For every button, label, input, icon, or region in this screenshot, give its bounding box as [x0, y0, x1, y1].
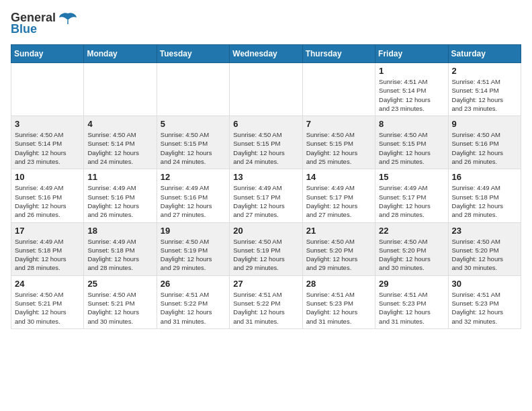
- weekday-header-row: SundayMondayTuesdayWednesdayThursdayFrid…: [11, 45, 521, 63]
- logo-bird-icon: [58, 12, 77, 24]
- calendar-cell: 4Sunrise: 4:50 AM Sunset: 5:14 PM Daylig…: [84, 116, 157, 169]
- week-row-1: 1Sunrise: 4:51 AM Sunset: 5:14 PM Daylig…: [11, 63, 521, 116]
- calendar-cell: 20Sunrise: 4:50 AM Sunset: 5:19 PM Dayli…: [230, 222, 302, 275]
- day-number: 13: [233, 172, 298, 182]
- weekday-header-friday: Friday: [375, 45, 448, 63]
- day-number: 20: [233, 226, 298, 236]
- calendar-cell: 18Sunrise: 4:49 AM Sunset: 5:18 PM Dayli…: [84, 222, 157, 275]
- calendar-cell: [84, 63, 157, 116]
- calendar-table: SundayMondayTuesdayWednesdayThursdayFrid…: [11, 44, 521, 329]
- week-row-2: 3Sunrise: 4:50 AM Sunset: 5:14 PM Daylig…: [11, 116, 521, 169]
- day-number: 19: [161, 226, 226, 236]
- day-number: 24: [15, 279, 80, 289]
- day-number: 3: [15, 119, 80, 129]
- day-number: 18: [87, 226, 152, 236]
- day-info: Sunrise: 4:50 AM Sunset: 5:20 PM Dayligh…: [452, 237, 517, 273]
- day-info: Sunrise: 4:50 AM Sunset: 5:21 PM Dayligh…: [15, 290, 80, 326]
- weekday-header-monday: Monday: [84, 45, 157, 63]
- day-number: 22: [379, 226, 444, 236]
- calendar-cell: 6Sunrise: 4:50 AM Sunset: 5:15 PM Daylig…: [230, 116, 302, 169]
- calendar-cell: 30Sunrise: 4:51 AM Sunset: 5:23 PM Dayli…: [448, 275, 521, 328]
- weekday-header-saturday: Saturday: [448, 45, 521, 63]
- day-number: 4: [87, 119, 152, 129]
- weekday-header-wednesday: Wednesday: [230, 45, 302, 63]
- calendar-cell: 9Sunrise: 4:50 AM Sunset: 5:16 PM Daylig…: [448, 116, 521, 169]
- calendar-cell: 24Sunrise: 4:50 AM Sunset: 5:21 PM Dayli…: [11, 275, 84, 328]
- week-row-5: 24Sunrise: 4:50 AM Sunset: 5:21 PM Dayli…: [11, 275, 521, 328]
- day-info: Sunrise: 4:50 AM Sunset: 5:16 PM Dayligh…: [452, 130, 517, 166]
- calendar-cell: 1Sunrise: 4:51 AM Sunset: 5:14 PM Daylig…: [375, 63, 448, 116]
- day-info: Sunrise: 4:49 AM Sunset: 5:18 PM Dayligh…: [87, 237, 152, 273]
- day-number: 10: [15, 172, 80, 182]
- day-info: Sunrise: 4:49 AM Sunset: 5:16 PM Dayligh…: [87, 183, 152, 219]
- day-info: Sunrise: 4:50 AM Sunset: 5:15 PM Dayligh…: [161, 130, 226, 166]
- day-number: 7: [306, 119, 371, 129]
- day-number: 15: [379, 172, 444, 182]
- logo-blue-text: Blue: [11, 22, 37, 36]
- day-info: Sunrise: 4:50 AM Sunset: 5:15 PM Dayligh…: [379, 130, 444, 166]
- day-number: 9: [452, 119, 517, 129]
- day-number: 1: [379, 66, 444, 76]
- day-info: Sunrise: 4:49 AM Sunset: 5:16 PM Dayligh…: [15, 183, 80, 219]
- day-info: Sunrise: 4:51 AM Sunset: 5:23 PM Dayligh…: [379, 290, 444, 326]
- day-info: Sunrise: 4:51 AM Sunset: 5:22 PM Dayligh…: [161, 290, 226, 326]
- calendar-cell: 17Sunrise: 4:49 AM Sunset: 5:18 PM Dayli…: [11, 222, 84, 275]
- day-number: 25: [87, 279, 152, 289]
- calendar-cell: [230, 63, 302, 116]
- week-row-4: 17Sunrise: 4:49 AM Sunset: 5:18 PM Dayli…: [11, 222, 521, 275]
- day-number: 23: [452, 226, 517, 236]
- day-number: 8: [379, 119, 444, 129]
- calendar-cell: 11Sunrise: 4:49 AM Sunset: 5:16 PM Dayli…: [84, 169, 157, 222]
- day-number: 30: [452, 279, 517, 289]
- day-number: 16: [452, 172, 517, 182]
- day-info: Sunrise: 4:50 AM Sunset: 5:14 PM Dayligh…: [87, 130, 152, 166]
- calendar-cell: 3Sunrise: 4:50 AM Sunset: 5:14 PM Daylig…: [11, 116, 84, 169]
- calendar-cell: 13Sunrise: 4:49 AM Sunset: 5:17 PM Dayli…: [230, 169, 302, 222]
- weekday-header-tuesday: Tuesday: [157, 45, 229, 63]
- calendar-cell: 15Sunrise: 4:49 AM Sunset: 5:17 PM Dayli…: [375, 169, 448, 222]
- day-info: Sunrise: 4:49 AM Sunset: 5:17 PM Dayligh…: [379, 183, 444, 219]
- day-info: Sunrise: 4:50 AM Sunset: 5:15 PM Dayligh…: [306, 130, 371, 166]
- day-number: 26: [161, 279, 226, 289]
- calendar-cell: 5Sunrise: 4:50 AM Sunset: 5:15 PM Daylig…: [157, 116, 229, 169]
- day-number: 11: [87, 172, 152, 182]
- day-number: 5: [161, 119, 226, 129]
- calendar-cell: 19Sunrise: 4:50 AM Sunset: 5:19 PM Dayli…: [157, 222, 229, 275]
- day-number: 17: [15, 226, 80, 236]
- day-info: Sunrise: 4:50 AM Sunset: 5:19 PM Dayligh…: [233, 237, 298, 273]
- calendar-cell: 25Sunrise: 4:50 AM Sunset: 5:21 PM Dayli…: [84, 275, 157, 328]
- weekday-header-sunday: Sunday: [11, 45, 84, 63]
- calendar-cell: [11, 63, 84, 116]
- day-number: 14: [306, 172, 371, 182]
- day-info: Sunrise: 4:50 AM Sunset: 5:15 PM Dayligh…: [233, 130, 298, 166]
- logo: General Blue: [11, 11, 77, 36]
- day-info: Sunrise: 4:51 AM Sunset: 5:14 PM Dayligh…: [379, 77, 444, 113]
- calendar-cell: 26Sunrise: 4:51 AM Sunset: 5:22 PM Dayli…: [157, 275, 229, 328]
- day-number: 12: [161, 172, 226, 182]
- day-info: Sunrise: 4:51 AM Sunset: 5:23 PM Dayligh…: [452, 290, 517, 326]
- calendar-cell: 16Sunrise: 4:49 AM Sunset: 5:18 PM Dayli…: [448, 169, 521, 222]
- weekday-header-thursday: Thursday: [302, 45, 375, 63]
- calendar-cell: 12Sunrise: 4:49 AM Sunset: 5:16 PM Dayli…: [157, 169, 229, 222]
- day-info: Sunrise: 4:50 AM Sunset: 5:19 PM Dayligh…: [161, 237, 226, 273]
- day-info: Sunrise: 4:49 AM Sunset: 5:17 PM Dayligh…: [306, 183, 371, 219]
- day-info: Sunrise: 4:50 AM Sunset: 5:14 PM Dayligh…: [15, 130, 80, 166]
- day-info: Sunrise: 4:51 AM Sunset: 5:23 PM Dayligh…: [306, 290, 371, 326]
- calendar-cell: 7Sunrise: 4:50 AM Sunset: 5:15 PM Daylig…: [302, 116, 375, 169]
- day-info: Sunrise: 4:49 AM Sunset: 5:18 PM Dayligh…: [452, 183, 517, 219]
- calendar-cell: 29Sunrise: 4:51 AM Sunset: 5:23 PM Dayli…: [375, 275, 448, 328]
- calendar-cell: 22Sunrise: 4:50 AM Sunset: 5:20 PM Dayli…: [375, 222, 448, 275]
- calendar-cell: 28Sunrise: 4:51 AM Sunset: 5:23 PM Dayli…: [302, 275, 375, 328]
- day-number: 29: [379, 279, 444, 289]
- day-info: Sunrise: 4:49 AM Sunset: 5:16 PM Dayligh…: [161, 183, 226, 219]
- calendar-cell: [157, 63, 229, 116]
- day-number: 27: [233, 279, 298, 289]
- day-number: 2: [452, 66, 517, 76]
- day-info: Sunrise: 4:50 AM Sunset: 5:20 PM Dayligh…: [306, 237, 371, 273]
- calendar-cell: 14Sunrise: 4:49 AM Sunset: 5:17 PM Dayli…: [302, 169, 375, 222]
- calendar-cell: 2Sunrise: 4:51 AM Sunset: 5:14 PM Daylig…: [448, 63, 521, 116]
- day-number: 6: [233, 119, 298, 129]
- page-header: General Blue: [11, 11, 521, 36]
- day-info: Sunrise: 4:50 AM Sunset: 5:20 PM Dayligh…: [379, 237, 444, 273]
- calendar-cell: 10Sunrise: 4:49 AM Sunset: 5:16 PM Dayli…: [11, 169, 84, 222]
